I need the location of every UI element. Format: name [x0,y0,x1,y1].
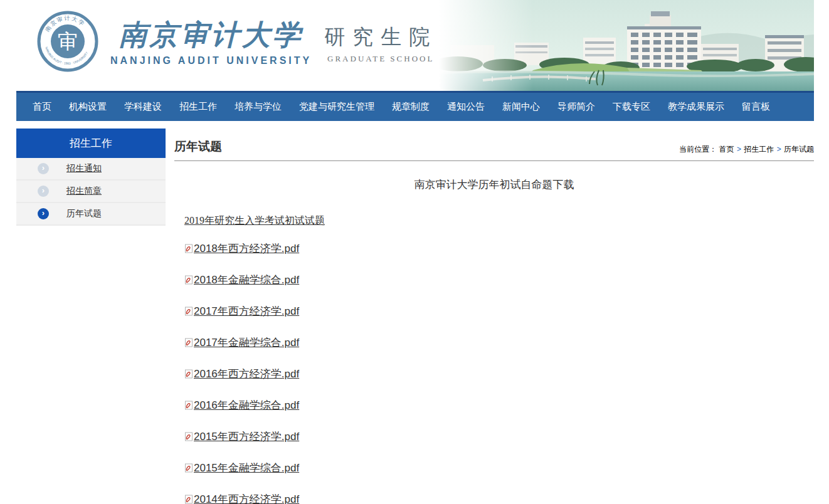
file-row: 2014年西方经济学.pdf [184,492,814,504]
chevron-right-icon: › [38,163,49,174]
content-title: 南京审计大学历年初试自命题下载 [184,177,804,192]
content-header: 历年试题 当前位置： 首页 > 招生工作 > 历年试题 [174,129,814,161]
pdf-icon [184,369,193,379]
main-content: 历年试题 当前位置： 首页 > 招生工作 > 历年试题 南京审计大学历年初试自命… [166,129,814,504]
graduate-school-cn: 研究生院 [324,23,437,51]
breadcrumb-admissions[interactable]: 招生工作 [744,145,774,154]
sidebar: 招生工作 › 招生通知 › 招生简章 › 历年试题 [16,129,166,504]
nav-item-regulations[interactable]: 规章制度 [383,101,438,113]
file-link[interactable]: 2016年西方经济学.pdf [184,367,299,381]
nav-item-admissions[interactable]: 招生工作 [171,101,226,113]
sidebar-item-admission-guide[interactable]: › 招生简章 [16,181,166,203]
breadcrumb-separator: > [777,145,781,154]
university-seal-logo: 南京审计大学 NANJING AUDIT · 1983 · UNIVERSITY… [36,10,99,73]
sidebar-title: 招生工作 [16,129,166,158]
content-body: 南京审计大学历年初试自命题下载 2019年研究生入学考试初试试题 2018年西方… [174,161,814,504]
breadcrumb-current[interactable]: 历年试题 [784,145,814,154]
sidebar-item-label[interactable]: 历年试题 [66,208,102,219]
logo-row: 南京审计大学 NANJING AUDIT · 1983 · UNIVERSITY… [36,0,814,73]
sidebar-item-label[interactable]: 招生简章 [66,186,102,197]
file-row: 2018年西方经济学.pdf [184,241,814,255]
nav-item-cultivation-degrees[interactable]: 培养与学位 [226,101,290,113]
page-container: 南京审计大学 NANJING AUDIT · 1983 · UNIVERSITY… [16,0,814,504]
file-name: 2017年金融学综合.pdf [194,335,299,350]
file-link[interactable]: 2015年西方经济学.pdf [184,429,299,444]
nav-item-news-center[interactable]: 新闻中心 [494,101,549,113]
pdf-icon [184,401,193,410]
nav-item-teaching-achievements[interactable]: 教学成果展示 [659,101,733,113]
file-link[interactable]: 2015年金融学综合.pdf [184,461,299,475]
graduate-school-block: 研究生院 GRADUATE SCHOOL [324,23,437,64]
university-name-en: NANJING AUDIT UNIVERSITY [110,55,312,66]
file-link[interactable]: 2017年西方经济学.pdf [184,304,299,318]
nav-item-notices[interactable]: 通知公告 [438,101,494,113]
pdf-icon [184,495,193,504]
file-name: 2014年西方经济学.pdf [194,492,299,504]
file-row: 2015年金融学综合.pdf [184,461,814,474]
breadcrumb: 当前位置： 首页 > 招生工作 > 历年试题 [679,144,814,155]
graduate-school-en: GRADUATE SCHOOL [324,54,437,64]
nav-item-organization[interactable]: 机构设置 [60,101,115,113]
file-name: 2018年西方经济学.pdf [194,241,299,256]
page-title: 历年试题 [174,139,222,155]
pdf-icon [184,275,193,285]
file-link[interactable]: 2018年金融学综合.pdf [184,273,299,287]
file-name: 2016年西方经济学.pdf [194,367,299,381]
nav-item-downloads[interactable]: 下载专区 [604,101,659,113]
pdf-icon [184,463,193,473]
pdf-icon [184,307,193,316]
nav-item-home[interactable]: 首页 [24,101,60,113]
file-row: 2016年金融学综合.pdf [184,398,814,411]
file-row: 2016年西方经济学.pdf [184,367,814,380]
pdf-icon [184,432,193,441]
file-link[interactable]: 2018年西方经济学.pdf [184,241,299,256]
file-name: 2015年西方经济学.pdf [194,429,299,444]
university-name-cn: 南京审计大学 [110,16,312,54]
file-row: 2017年西方经济学.pdf [184,304,814,317]
file-name: 2015年金融学综合.pdf [194,461,299,475]
chevron-right-icon: › [38,208,49,219]
sidebar-item-past-exams[interactable]: › 历年试题 [16,203,166,226]
nav-item-disciplines[interactable]: 学科建设 [115,101,171,113]
file-link[interactable]: 2017年金融学综合.pdf [184,335,299,350]
breadcrumb-prefix: 当前位置： [679,145,717,154]
pdf-icon [184,338,193,347]
top-link-row: 2019年研究生入学考试初试试题 [184,214,814,228]
breadcrumb-separator: > [737,145,741,154]
site-header: 南京审计大学 NANJING AUDIT · 1983 · UNIVERSITY… [16,0,814,91]
file-name: 2017年西方经济学.pdf [194,304,299,318]
file-link[interactable]: 2016年金融学综合.pdf [184,398,299,412]
nav-item-guestbook[interactable]: 留言板 [733,101,779,113]
main-nav: 首页 机构设置 学科建设 招生工作 培养与学位 党建与研究生管理 规章制度 通知… [16,91,814,121]
file-row: 2018年金融学综合.pdf [184,273,814,286]
university-name-block: 南京审计大学 NANJING AUDIT UNIVERSITY [110,16,312,66]
exam-2019-link[interactable]: 2019年研究生入学考试初试试题 [184,215,325,226]
pdf-icon [184,244,193,253]
body-row: 招生工作 › 招生通知 › 招生简章 › 历年试题 历年试题 当前位置： 首页 [16,129,814,504]
sidebar-item-label[interactable]: 招生通知 [66,163,102,174]
sidebar-item-admission-notice[interactable]: › 招生通知 [16,158,166,181]
nav-item-supervisors[interactable]: 导师简介 [549,101,604,113]
file-name: 2016年金融学综合.pdf [194,398,299,412]
seal-center-character: 审 [58,30,78,53]
file-row: 2015年西方经济学.pdf [184,429,814,443]
file-link[interactable]: 2014年西方经济学.pdf [184,492,299,504]
breadcrumb-home[interactable]: 首页 [719,145,734,154]
chevron-right-icon: › [38,186,49,197]
file-row: 2017年金融学综合.pdf [184,335,814,349]
file-name: 2018年金融学综合.pdf [194,273,299,287]
nav-item-party-graduate-management[interactable]: 党建与研究生管理 [290,101,383,113]
